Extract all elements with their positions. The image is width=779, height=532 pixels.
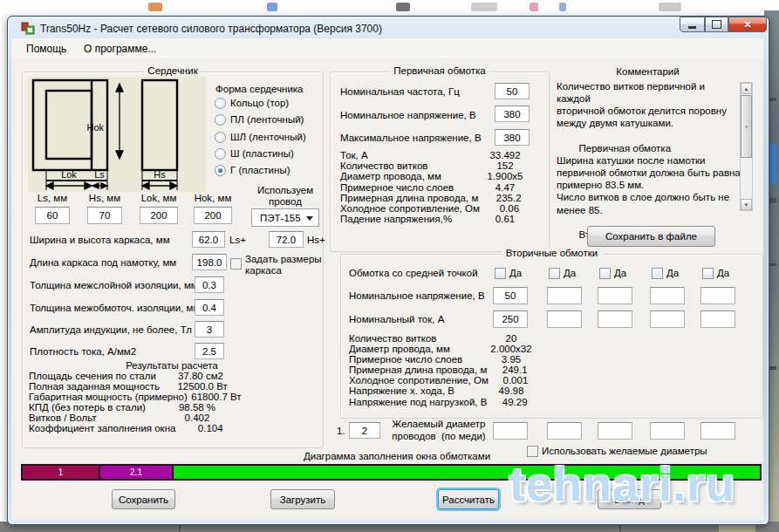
fill-segment-label: 2.1	[130, 467, 142, 477]
result-row: Количество витков152	[340, 160, 539, 171]
secondary-voltage-label: Номинальное напряжение, В	[349, 290, 485, 301]
primary-voltage-input[interactable]	[495, 106, 530, 122]
use-desired-checkbox[interactable]	[527, 446, 538, 457]
param-interwinding-input[interactable]	[195, 299, 224, 316]
ls-input[interactable]	[35, 207, 70, 224]
secondary-voltage-input-2[interactable]	[547, 287, 582, 304]
midpoint-checkbox-4[interactable]	[652, 268, 663, 279]
save-button[interactable]: Сохранить	[112, 489, 175, 509]
secondary-voltage-input-4[interactable]	[650, 287, 685, 304]
result-label: Габаритная мощность (примерно)	[29, 392, 188, 403]
wire-select-value: ПЭТ-155	[260, 213, 301, 223]
hok-input[interactable]	[194, 207, 232, 224]
background-blob	[267, 3, 277, 11]
comment-scrollbar[interactable]: ▲ ≡ ▼	[740, 82, 753, 211]
frame-length-input[interactable]	[192, 254, 227, 270]
result-value: 0.06	[480, 203, 539, 214]
desired-diameter-input-3[interactable]	[598, 422, 632, 440]
secondary-current-input-3[interactable]	[598, 310, 632, 328]
lok-input[interactable]	[140, 207, 178, 224]
save-to-file-button[interactable]: Сохранить в файле	[587, 226, 715, 247]
desired-diameter-input-4[interactable]	[650, 422, 685, 440]
background-blob	[530, 3, 538, 11]
frame-width-suffix: Ls+	[229, 235, 246, 245]
background-blob	[148, 3, 162, 11]
secondary-current-label: Номинальный ток, А	[349, 314, 444, 324]
result-value: 152	[471, 160, 539, 171]
radio-pl[interactable]	[215, 114, 226, 126]
background-blob	[659, 3, 681, 11]
hok-label: Hok, мм	[194, 193, 232, 203]
result-value: 2.000x32	[480, 344, 543, 354]
menu-help[interactable]: Помощь	[26, 43, 66, 55]
radio-g[interactable]	[215, 165, 226, 176]
param-interlayer-input[interactable]	[195, 276, 224, 293]
secondary-voltage-input-5[interactable]	[700, 287, 735, 304]
background-top-strip	[0, 0, 779, 16]
secondary-results-list: Количество витков20 Диаметр провода, мм2…	[349, 333, 543, 407]
frame-height-suffix: Hs+	[307, 235, 325, 245]
secondary-group-title: Вторичные обмотки	[502, 248, 602, 258]
menu-about[interactable]: О программе...	[84, 43, 156, 55]
desired-count-input[interactable]	[349, 422, 380, 439]
calculate-button[interactable]: Рассчитать	[438, 489, 499, 509]
scroll-down-button[interactable]: ▼	[741, 199, 752, 210]
result-row: Холодное сопротивление, Ом0.06	[340, 203, 539, 214]
diagram-hok-label: Hok	[86, 122, 104, 133]
radio-ring-label: Кольцо (тор)	[230, 98, 289, 108]
frame-width-input[interactable]	[192, 231, 225, 248]
radio-shl[interactable]	[215, 132, 226, 143]
radio-shl-label: ШЛ (ленточный)	[230, 132, 306, 142]
secondary-current-input-4[interactable]	[650, 310, 685, 328]
minimize-button[interactable]	[680, 17, 705, 32]
secondary-voltage-input-3[interactable]	[598, 287, 632, 304]
param-interlayer-label: Толщина межслойной изоляции, мм	[30, 280, 198, 290]
midpoint-checkbox-5[interactable]	[702, 268, 714, 279]
result-label: Примерная длина провода, м	[349, 365, 487, 375]
maximize-button[interactable]	[705, 17, 728, 32]
set-frame-checkbox[interactable]	[230, 258, 242, 269]
load-button[interactable]: Загрузить	[270, 489, 335, 509]
wire-select[interactable]: ПЭТ-155	[251, 208, 319, 227]
midpoint-checkbox-label: Да	[666, 268, 679, 278]
hs-label: Hs, мм	[87, 193, 122, 203]
desired-diameter-input-5[interactable]	[700, 422, 735, 440]
radio-sh-label: Ш (пластины)	[230, 148, 294, 159]
result-row: Ток, А33.492	[340, 150, 539, 160]
desired-diameter-input-1[interactable]	[493, 422, 528, 440]
secondary-current-input-5[interactable]	[700, 310, 735, 328]
secondary-current-input-1[interactable]	[493, 310, 528, 328]
scrollbar-thumb[interactable]: ≡	[741, 95, 752, 158]
radio-pl-label: ПЛ (ленточный)	[230, 114, 304, 125]
result-row: Примерная длина провода, м249.1	[349, 365, 543, 375]
hs-input[interactable]	[87, 207, 122, 224]
fill-segment-2: 2.1	[100, 466, 174, 479]
comment-text: Количество витков первичной и каждой вто…	[557, 80, 741, 241]
watermark: tehnari.ru	[509, 457, 735, 511]
param-induction-input[interactable]	[195, 321, 224, 338]
radio-ring[interactable]	[215, 98, 226, 109]
chevron-down-icon	[306, 216, 313, 221]
result-value: 20	[480, 333, 543, 344]
result-value: 1.900x5	[471, 171, 539, 181]
primary-max-voltage-input[interactable]	[495, 129, 530, 146]
result-row: Количество витков20	[349, 333, 543, 344]
secondary-current-input-2[interactable]	[547, 310, 582, 328]
midpoint-checkbox-1[interactable]	[495, 268, 506, 279]
comment-title: Комментарий	[558, 66, 737, 77]
midpoint-checkbox-3[interactable]	[599, 268, 611, 279]
result-label: Примерное число слоев	[349, 354, 480, 365]
result-label: Количество витков	[340, 160, 471, 171]
primary-frequency-input[interactable]	[495, 83, 530, 99]
desired-diameter-input-2[interactable]	[547, 422, 582, 440]
midpoint-checkbox-2[interactable]	[549, 268, 560, 279]
close-button[interactable]: ✕	[728, 17, 767, 32]
scroll-up-button[interactable]: ▲	[741, 83, 752, 94]
param-current-density-input[interactable]	[195, 343, 224, 359]
result-row: КПД (без потерь в стали)98.58 %	[29, 403, 245, 413]
frame-height-input[interactable]	[269, 231, 304, 248]
secondary-voltage-input-1[interactable]	[493, 287, 528, 304]
radio-sh[interactable]	[215, 148, 226, 160]
fill-segment-1: 1	[23, 466, 100, 479]
core-group-title: Сердечник	[143, 65, 202, 76]
